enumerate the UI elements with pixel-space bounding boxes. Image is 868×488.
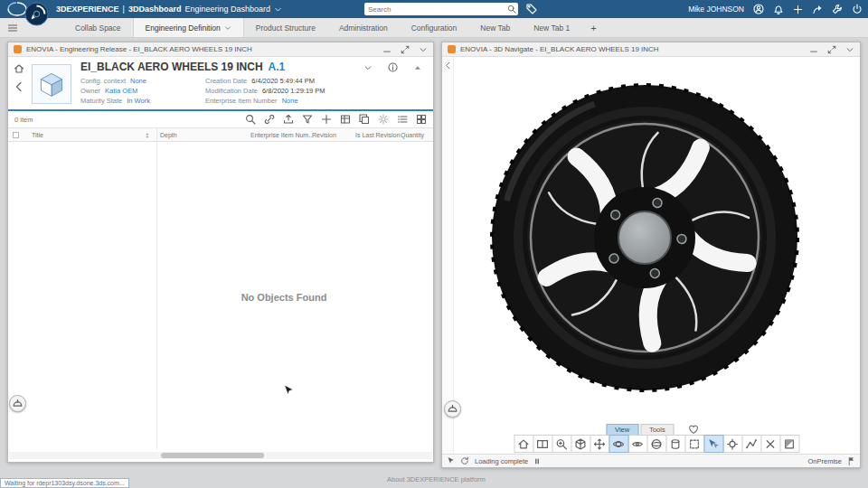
- chevron-down-icon[interactable]: [363, 63, 373, 72]
- home-icon[interactable]: [14, 63, 24, 74]
- network-status-message: Waiting for rdepr1303dsy.dsone.3ds.com..…: [0, 478, 129, 488]
- app-name: 3DDashboard: [128, 5, 182, 14]
- window-controls: [382, 45, 428, 54]
- pennant-icon[interactable]: [847, 456, 855, 466]
- filter-icon[interactable]: [302, 114, 313, 125]
- pan-button[interactable]: [590, 435, 609, 453]
- tab-new-tab[interactable]: New Tab: [468, 18, 522, 37]
- window-header[interactable]: ENOVIA - 3D Navigate - EI_BLACK AERO WHE…: [442, 42, 860, 57]
- tab-engineering-definition[interactable]: Engineering Definition: [133, 18, 244, 37]
- assistant-button[interactable]: [9, 395, 26, 412]
- back-arrow-icon[interactable]: [14, 81, 24, 92]
- duplicate-icon[interactable]: [359, 114, 370, 125]
- minimize-icon[interactable]: [382, 45, 392, 54]
- about-link[interactable]: About 3DEXPERIENCE platform: [387, 475, 486, 483]
- column-revision[interactable]: Revision: [312, 132, 336, 138]
- select-all-checkbox[interactable]: [13, 132, 19, 138]
- tab-collab-space[interactable]: Collab Space: [63, 18, 133, 37]
- enovia-app-icon: [448, 45, 456, 53]
- item-thumbnail[interactable]: [32, 64, 71, 104]
- expand-icon[interactable]: [827, 45, 836, 54]
- assistant-button[interactable]: [444, 400, 461, 418]
- field-value[interactable]: Katia OEM: [105, 87, 137, 95]
- minimize-icon[interactable]: [809, 45, 818, 54]
- list-view-icon[interactable]: [397, 114, 408, 125]
- add-icon[interactable]: [321, 114, 332, 125]
- window-header[interactable]: ENOVIA - Engineering Release - EI_BLACK …: [8, 42, 433, 57]
- orbit-button[interactable]: [609, 435, 628, 453]
- menu-icon[interactable]: [7, 23, 18, 33]
- chevron-down-icon[interactable]: [224, 24, 231, 32]
- column-title[interactable]: Title: [32, 132, 43, 138]
- ghost-button[interactable]: [684, 435, 704, 453]
- multi-view-button[interactable]: [533, 435, 552, 453]
- field-value[interactable]: In Work: [127, 97, 150, 105]
- window-menu-icon[interactable]: [845, 45, 854, 54]
- table-toolbar: 0 item: [8, 111, 433, 127]
- iso-view-button[interactable]: [571, 435, 590, 453]
- export-icon[interactable]: [283, 114, 294, 125]
- shading-button[interactable]: [646, 435, 666, 453]
- column-quantity[interactable]: Quantity: [401, 132, 424, 138]
- column-enterprise-item-number[interactable]: Enterprise Item Num...: [250, 132, 314, 138]
- center-button[interactable]: [722, 435, 742, 453]
- zoom-button[interactable]: [552, 435, 571, 453]
- tab-configuration[interactable]: Configuration: [400, 18, 469, 37]
- field-value[interactable]: None: [282, 97, 298, 105]
- delete-button[interactable]: [760, 435, 780, 453]
- tools-icon[interactable]: [832, 4, 843, 14]
- home-view-button[interactable]: [514, 435, 533, 453]
- power-icon[interactable]: [852, 4, 863, 14]
- notifications-icon[interactable]: [773, 4, 784, 14]
- 3d-viewport[interactable]: [454, 57, 860, 423]
- measure-button[interactable]: [741, 435, 761, 453]
- grid-view-icon[interactable]: [416, 114, 427, 125]
- add-tab-button[interactable]: +: [581, 18, 605, 37]
- tab-product-structure[interactable]: Product Structure: [244, 18, 327, 37]
- expand-icon[interactable]: [401, 45, 410, 54]
- profile-icon[interactable]: [753, 4, 764, 14]
- dashboard-name[interactable]: Engineering Dashboard: [184, 5, 270, 14]
- column-depth[interactable]: Depth: [160, 132, 177, 138]
- compass-badge[interactable]: [24, 2, 49, 30]
- add-icon[interactable]: [793, 5, 803, 14]
- info-icon[interactable]: [388, 62, 398, 72]
- window-menu-icon[interactable]: [419, 45, 428, 54]
- brand-name: 3DEXPERIENCE: [56, 5, 119, 14]
- tab-administration[interactable]: Administration: [327, 18, 400, 37]
- search-input[interactable]: [364, 5, 507, 14]
- section-button[interactable]: [779, 435, 799, 453]
- window-controls: [809, 45, 854, 54]
- pointer-icon[interactable]: [447, 456, 455, 466]
- app-title: 3DEXPERIENCE | 3DDashboard Engineering D…: [56, 5, 282, 14]
- multi-select-button[interactable]: [703, 435, 723, 453]
- field-label: Owner: [80, 87, 100, 95]
- look-at-button[interactable]: [627, 435, 647, 453]
- refresh-icon[interactable]: [460, 456, 469, 465]
- scrollbar-thumb[interactable]: [161, 453, 264, 458]
- user-name[interactable]: Mike JOHNSON: [688, 5, 744, 14]
- pause-icon[interactable]: [533, 457, 541, 465]
- sort-icon[interactable]: [144, 131, 152, 140]
- collapse-panel-icon[interactable]: [444, 61, 452, 70]
- search-icon[interactable]: [507, 5, 516, 14]
- favorite-heart-icon[interactable]: [689, 425, 699, 435]
- table-icon[interactable]: [340, 114, 351, 125]
- settings-icon[interactable]: [378, 114, 389, 125]
- horizontal-scrollbar[interactable]: [9, 452, 432, 459]
- field-value[interactable]: None: [130, 77, 146, 85]
- field-label: Maturity State: [80, 97, 122, 105]
- item-revision[interactable]: A.1: [269, 61, 286, 73]
- dashboard-menu-chevron-icon[interactable]: [274, 5, 282, 14]
- column-is-last-revision[interactable]: Is Last Revision: [355, 132, 400, 138]
- tab-new-tab-1[interactable]: New Tab 1: [522, 18, 581, 37]
- top-bar: 3DEXPERIENCE | 3DDashboard Engineering D…: [0, 0, 868, 18]
- share-icon[interactable]: [812, 4, 823, 14]
- collapse-up-icon[interactable]: [413, 63, 422, 72]
- link-icon[interactable]: [264, 114, 275, 125]
- search-icon[interactable]: [245, 114, 256, 125]
- field-label: Enterprise Item Number: [205, 97, 278, 105]
- cylinder-button[interactable]: [665, 435, 685, 453]
- tag-icon[interactable]: [526, 4, 537, 14]
- wheel-3d-model[interactable]: [489, 82, 800, 393]
